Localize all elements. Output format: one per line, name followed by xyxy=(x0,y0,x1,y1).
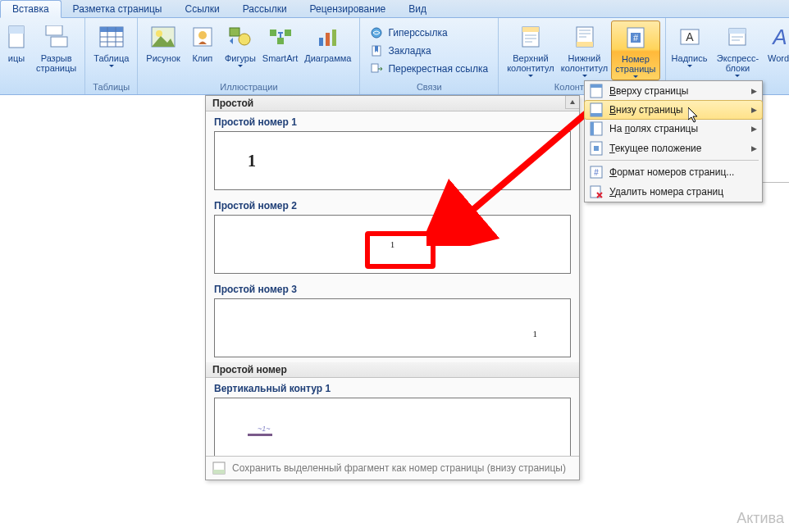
crossref-label: Перекрестная ссылка xyxy=(388,63,488,75)
group-links: Гиперссылка Закладка Перекрестная ссылка… xyxy=(360,18,499,94)
clip-button[interactable]: Клип xyxy=(184,20,221,80)
dd-bottom-icon xyxy=(588,102,604,118)
page-break-l1: Разрыв xyxy=(41,53,72,63)
chart-button[interactable]: Диаграмма xyxy=(301,20,354,80)
tab-insert[interactable]: Вставка xyxy=(0,0,62,18)
pages-group-label xyxy=(0,80,80,94)
dd-separator xyxy=(588,160,759,161)
svg-rect-5 xyxy=(100,27,123,32)
thumb3[interactable]: 1 xyxy=(214,298,571,357)
links-stack: Гиперссылка Закладка Перекрестная ссылка xyxy=(365,20,493,80)
expand-arrow-icon: ▶ xyxy=(751,87,757,95)
svg-rect-14 xyxy=(230,28,239,36)
pagenumber-label2: страницы xyxy=(615,64,655,74)
table-drop-arrow xyxy=(109,65,114,67)
dd-current-icon xyxy=(588,140,604,157)
thumb2-sample: 1 xyxy=(390,239,395,249)
chart-label: Диаграмма xyxy=(304,53,351,63)
textbox-button[interactable]: A Надпись xyxy=(671,20,709,80)
thumb2[interactable]: 1 xyxy=(214,215,571,274)
tab-links[interactable]: Ссылки xyxy=(173,1,230,17)
dd-remove-icon xyxy=(588,184,604,200)
dd-current-label: екущее положение xyxy=(615,143,702,154)
header-drop-arrow xyxy=(528,75,533,77)
dd-remove-numbers[interactable]: Удалить номера страниц xyxy=(585,182,762,202)
svg-rect-52 xyxy=(594,146,599,151)
bookmark-label: Закладка xyxy=(388,45,431,57)
dd-top-of-page[interactable]: Вверху страницы ▶ xyxy=(585,81,762,101)
dd-margins-label: олях страницы xyxy=(630,123,698,134)
quickparts-button[interactable]: Экспресс-блоки xyxy=(709,20,768,80)
table-label: Таблица xyxy=(93,53,129,63)
group-illustrations: Рисунок Клип Фигуры SmartArt xyxy=(138,18,360,94)
pagenumber-button[interactable]: # Номер страницы xyxy=(611,20,659,80)
thumb4-title: Вертикальный контур 1 xyxy=(206,378,579,398)
save-selection-icon xyxy=(212,462,226,475)
hyperlink-button[interactable]: Гиперссылка xyxy=(370,26,488,39)
smartart-button[interactable]: SmartArt xyxy=(259,20,301,80)
dd-top-icon xyxy=(588,83,604,99)
header-label1: Верхний xyxy=(513,53,548,63)
footer-button[interactable]: Нижний колонтитул xyxy=(558,20,612,80)
svg-rect-20 xyxy=(326,33,330,46)
svg-point-13 xyxy=(198,31,207,39)
page-break-l2: страницы xyxy=(36,63,76,73)
dd-current-position[interactable]: Текущее положение ▶ xyxy=(585,139,762,158)
svg-text:A: A xyxy=(771,26,787,48)
svg-rect-46 xyxy=(591,84,602,88)
bookmark-button[interactable]: Закладка xyxy=(370,44,488,57)
thumb3-title: Простой номер 3 xyxy=(206,279,579,298)
svg-text:#: # xyxy=(594,168,599,177)
dd-bottom-of-page[interactable]: Внизу страницы ▶ xyxy=(584,100,763,120)
dd-remove-label: далить номера страниц xyxy=(615,186,723,198)
shapes-button[interactable]: Фигуры xyxy=(221,20,259,80)
pagenumber-icon: # xyxy=(623,25,649,51)
thumb4[interactable]: ~1~ xyxy=(214,398,571,456)
dd-format-numbers[interactable]: # Формат номеров страниц... xyxy=(585,162,762,182)
textbox-drop-arrow xyxy=(687,65,692,67)
tab-mailings[interactable]: Рассылки xyxy=(231,1,299,17)
gallery-footer-label: Сохранить выделенный фрагмент как номер … xyxy=(232,462,566,474)
crossref-button[interactable]: Перекрестная ссылка xyxy=(370,62,488,75)
pagenumber-gallery: Простой Простой номер 1 1 Простой номер … xyxy=(205,95,580,480)
thumb1-title: Простой номер 1 xyxy=(206,111,579,131)
shapes-icon xyxy=(227,24,253,50)
svg-rect-31 xyxy=(577,42,593,47)
header-button[interactable]: Верхний колонтитул xyxy=(504,20,558,80)
hyperlink-label: Гиперссылка xyxy=(388,27,447,39)
cover-page-icon xyxy=(3,24,30,50)
page-break-button[interactable]: Разрыв страницы xyxy=(33,20,80,80)
illustrations-group-label: Иллюстрации xyxy=(143,80,354,94)
svg-rect-57 xyxy=(248,434,272,436)
cover-page-button-partial[interactable]: ицы xyxy=(0,20,33,80)
picture-label: Рисунок xyxy=(146,53,180,63)
footer-label2: колонтитул xyxy=(561,63,609,73)
dd-top-label: верху страницы xyxy=(616,85,688,97)
wordart-button[interactable]: A WordA xyxy=(767,20,789,80)
table-icon xyxy=(98,24,125,50)
pagenumber-label1: Номер xyxy=(622,54,650,64)
gallery-header-simple-num: Простой номер xyxy=(206,362,579,378)
header-label2: колонтитул xyxy=(507,63,554,73)
cover-page-partial-label: ицы xyxy=(8,53,25,63)
hyperlink-icon xyxy=(370,26,383,39)
tab-layout[interactable]: Разметка страницы xyxy=(62,1,174,17)
dd-page-margins[interactable]: На полях страницы ▶ xyxy=(585,119,762,139)
svg-rect-21 xyxy=(332,30,336,46)
gallery-scroll-up[interactable] xyxy=(565,96,579,109)
svg-text:~1~: ~1~ xyxy=(258,425,271,433)
svg-rect-26 xyxy=(522,27,539,32)
table-button[interactable]: Таблица xyxy=(90,20,132,80)
svg-rect-19 xyxy=(319,38,323,46)
quickparts-label: Экспресс-блоки xyxy=(712,53,764,73)
expand-arrow-icon: ▶ xyxy=(751,106,757,114)
gallery-footer[interactable]: Сохранить выделенный фрагмент как номер … xyxy=(206,456,579,480)
picture-icon xyxy=(150,24,176,50)
group-tables: Таблица Таблицы xyxy=(85,18,138,94)
thumb1[interactable]: 1 xyxy=(214,131,571,190)
gallery-header-simple: Простой xyxy=(206,96,579,111)
picture-button[interactable]: Рисунок xyxy=(143,20,184,80)
svg-rect-3 xyxy=(51,37,67,47)
tab-review[interactable]: Рецензирование xyxy=(299,1,398,17)
tab-view[interactable]: Вид xyxy=(397,1,438,17)
